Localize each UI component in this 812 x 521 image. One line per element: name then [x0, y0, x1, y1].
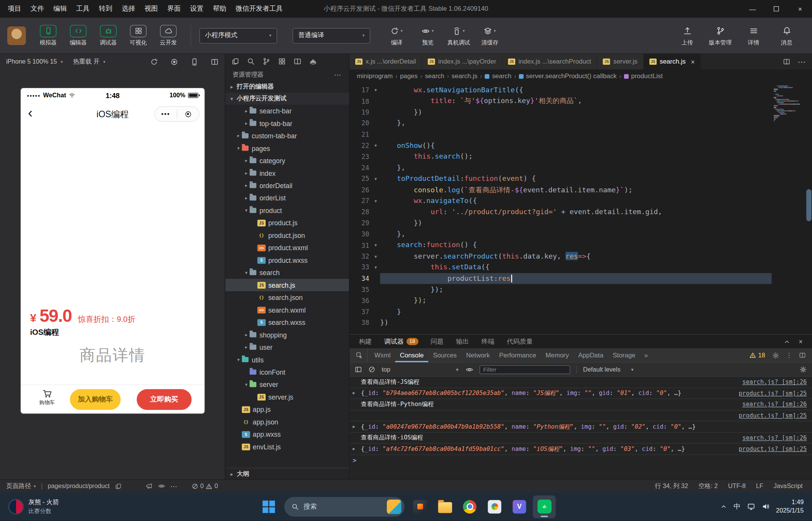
- page-path-select[interactable]: 页面路径▾: [6, 482, 36, 490]
- feedback-icon[interactable]: [145, 482, 153, 490]
- tree-item-search.js[interactable]: JSsearch.js: [225, 279, 349, 291]
- layout-icon[interactable]: [294, 57, 301, 65]
- breadcrumb-item[interactable]: search: [425, 72, 444, 80]
- maximize-button[interactable]: [765, 0, 788, 18]
- breadcrumb-item[interactable]: search: [492, 72, 511, 80]
- photos-app-icon[interactable]: [483, 495, 506, 518]
- tree-item-search.wxss[interactable]: Ssearch.wxss: [225, 316, 349, 328]
- tree-item-search.wxml[interactable]: <>search.wxml: [225, 304, 349, 316]
- breadcrumb-item[interactable]: server.searchProduct() callback: [526, 72, 617, 80]
- breadcrumb-item[interactable]: search.js: [452, 72, 478, 80]
- tree-item-custom-tab-bar[interactable]: ▸custom-tab-bar: [225, 129, 349, 142]
- tree-item-product.wxml[interactable]: <>product.wxml: [225, 241, 349, 254]
- devtools-tab-sources[interactable]: Sources: [428, 348, 461, 362]
- source-control-icon[interactable]: [263, 57, 270, 65]
- tree-item-server[interactable]: ▾server: [225, 378, 349, 390]
- inspect-element-icon[interactable]: [351, 348, 368, 362]
- tree-item-server.js[interactable]: JSserver.js: [225, 391, 349, 403]
- devtools-settings-icon[interactable]: [772, 352, 779, 359]
- editor-tab-x.js-...-orderDetail[interactable]: JSx.js ...\orderDetail: [350, 54, 422, 70]
- menu-item-appearance[interactable]: 界面: [163, 0, 186, 18]
- menu-item-selection[interactable]: 选择: [117, 0, 140, 18]
- visual-toggle-button[interactable]: 可视化: [124, 25, 152, 46]
- log-levels-select[interactable]: Default levels▼: [577, 366, 634, 373]
- menu-item-goto[interactable]: 转到: [94, 0, 117, 18]
- menu-item-help[interactable]: 帮助: [208, 0, 231, 18]
- more-icon[interactable]: ⋯: [170, 482, 178, 490]
- app-window-icon[interactable]: [408, 495, 431, 518]
- tree-item-product.wxss[interactable]: Sproduct.wxss: [225, 254, 349, 266]
- file-encoding[interactable]: UTF-8: [728, 482, 746, 490]
- open-editors-section[interactable]: ▸ 打开的编辑器: [225, 81, 349, 93]
- more-menu-button[interactable]: •••: [155, 110, 176, 118]
- rotate-screen-icon[interactable]: [211, 58, 219, 66]
- panel-tab-构建[interactable]: 构建: [359, 337, 372, 346]
- tree-item-product[interactable]: ▾product: [225, 204, 349, 216]
- volume-icon[interactable]: [761, 503, 769, 510]
- fold-icon[interactable]: ▾: [371, 143, 380, 148]
- kebab-menu-icon[interactable]: ⋮: [786, 351, 792, 359]
- minimize-button[interactable]: —: [740, 0, 764, 18]
- tree-item-shopping[interactable]: ▸shopping: [225, 329, 349, 341]
- console-settings-icon[interactable]: [800, 366, 807, 373]
- minimap[interactable]: [774, 85, 806, 122]
- editor-tab-search.js[interactable]: JSsearch.js×: [644, 54, 701, 70]
- preview-button[interactable]: ▾预览: [414, 25, 442, 46]
- device-select[interactable]: iPhone 5 100% 15▾: [6, 58, 63, 65]
- tree-item-app.wxss[interactable]: Sapp.wxss: [225, 428, 349, 440]
- add-to-cart-button[interactable]: 加入购物车: [70, 389, 121, 410]
- simulator-phone-screen[interactable]: ●●●●● WeChat 1:48 100% ‹ iOS编程 •••: [21, 88, 204, 413]
- files-icon[interactable]: [232, 57, 239, 65]
- devtools-tab-console[interactable]: Console: [395, 348, 428, 362]
- remote-debug-button[interactable]: ▾真机调试: [445, 25, 473, 46]
- devtools-tab-memory[interactable]: Memory: [541, 348, 573, 362]
- fold-icon[interactable]: ▾: [371, 176, 380, 182]
- expand-icon[interactable]: ▶: [353, 447, 359, 451]
- simulator-toggle-button[interactable]: 模拟器: [34, 25, 62, 46]
- breadcrumb-item[interactable]: pages: [400, 72, 418, 80]
- panel-tab-调试器[interactable]: 调试器18: [384, 337, 418, 346]
- start-button[interactable]: [257, 495, 280, 518]
- compile-status-icon[interactable]: [170, 58, 178, 66]
- tree-item-app.js[interactable]: JSapp.js: [225, 403, 349, 415]
- chrome-icon[interactable]: [458, 495, 481, 518]
- details-button[interactable]: 详情: [740, 25, 768, 46]
- device-frame-icon[interactable]: [191, 58, 198, 66]
- indent-setting[interactable]: 空格: 2: [698, 482, 718, 490]
- compile-mode-select[interactable]: 普通编译▾: [292, 28, 370, 43]
- live-expression-icon[interactable]: [466, 365, 473, 373]
- console-filter-input[interactable]: Filter: [480, 365, 570, 374]
- copy-path-icon[interactable]: [115, 483, 122, 490]
- editor-tab-index.js-...-payOrder[interactable]: JSindex.js ...\payOrder: [422, 54, 502, 70]
- close-tab-icon[interactable]: ×: [691, 58, 695, 66]
- devtools-tab-storage[interactable]: Storage: [608, 348, 640, 362]
- devtools-tab-appdata[interactable]: AppData: [573, 348, 608, 362]
- explorer-more-icon[interactable]: ⋯: [334, 70, 341, 79]
- menu-item-file[interactable]: 文件: [26, 0, 49, 18]
- console-source-link[interactable]: search.js? [sm]:26: [732, 378, 807, 386]
- menu-item-wechat-devtools[interactable]: 微信开发者工具: [231, 0, 287, 18]
- ime-indicator[interactable]: 中: [734, 502, 740, 511]
- fold-icon[interactable]: ▾: [371, 87, 380, 93]
- file-explorer-icon[interactable]: [433, 495, 456, 518]
- expand-icon[interactable]: ▶: [353, 424, 359, 429]
- back-button[interactable]: ‹: [28, 103, 33, 123]
- breadcrumb-item[interactable]: miniprogram: [357, 72, 393, 80]
- console-source-link[interactable]: product.js? [sm]:25: [728, 445, 807, 452]
- extensions-icon[interactable]: [278, 57, 286, 65]
- compile-button[interactable]: ▾编译: [383, 25, 411, 46]
- tree-item-utils[interactable]: ▾utils: [225, 354, 349, 366]
- tree-item-envList.js[interactable]: JSenvList.js: [225, 441, 349, 453]
- editor-toggle-button[interactable]: 编辑器: [64, 25, 92, 46]
- preview-toggle-icon[interactable]: [158, 482, 165, 490]
- dock-side-icon[interactable]: [799, 352, 806, 359]
- cursor-position[interactable]: 行 34, 列 32: [655, 482, 688, 490]
- console-prompt[interactable]: >: [353, 457, 356, 464]
- menu-item-edit[interactable]: 编辑: [49, 0, 72, 18]
- upload-button[interactable]: 上传: [673, 25, 701, 46]
- exit-miniprogram-button[interactable]: [177, 111, 199, 117]
- tree-item-index[interactable]: ▸index: [225, 167, 349, 179]
- object-preview[interactable]: {_id: "a00247e9677eb8ca00b47b9a1b92b558"…: [361, 423, 696, 430]
- object-preview[interactable]: {_id: "af4c72fe677eb8ca00b4a1fd59ba01cc"…: [361, 445, 685, 453]
- code-editor[interactable]: 17▾ wx.setNavigationBarTitle({18 title: …: [350, 83, 812, 334]
